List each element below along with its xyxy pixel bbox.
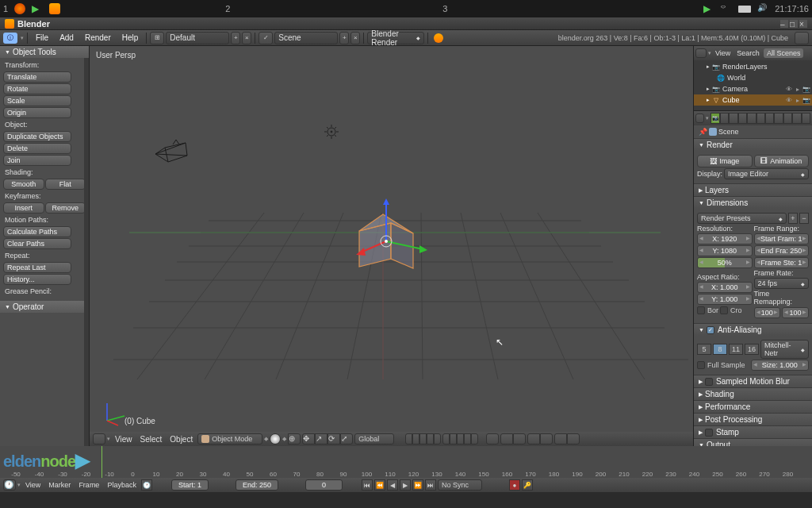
scene-dropdown[interactable]: Scene: [274, 32, 338, 44]
full-sample-checkbox[interactable]: Full Sample: [697, 361, 749, 369]
editor-type-icon[interactable]: [695, 48, 707, 58]
jump-start-icon[interactable]: ⏮: [362, 479, 373, 491]
join-button[interactable]: Join: [3, 155, 71, 166]
workspace-3[interactable]: 3: [442, 4, 447, 13]
timeline-menu-marker[interactable]: Marker: [45, 481, 74, 489]
restrict-render-icon[interactable]: 📷: [802, 85, 810, 93]
crop-checkbox[interactable]: Cro: [720, 306, 742, 314]
rotate-button[interactable]: Rotate: [3, 83, 71, 94]
tab-particles[interactable]: [792, 113, 801, 124]
resolution-y[interactable]: Y: 1080: [697, 245, 753, 256]
smooth-button[interactable]: Smooth: [3, 179, 44, 190]
jump-end-icon[interactable]: ⏭: [425, 479, 436, 491]
timeline-menu-frame[interactable]: Frame: [75, 481, 102, 489]
snap-buttons[interactable]: [500, 433, 526, 444]
remove-keyframe-button[interactable]: Remove: [45, 202, 86, 214]
outliner-row-world[interactable]: 🌐World: [694, 72, 812, 83]
wifi-icon[interactable]: ⌔: [721, 3, 732, 14]
minimize-button[interactable]: –: [780, 20, 788, 28]
tab-material[interactable]: [774, 113, 783, 124]
menu-add[interactable]: Add: [55, 32, 79, 44]
tab-texture[interactable]: [783, 113, 792, 124]
workspace-2[interactable]: 2: [225, 4, 230, 13]
keyframe-prev-icon[interactable]: ⏪: [374, 479, 385, 491]
maximize-button[interactable]: □: [790, 20, 798, 28]
aa-16[interactable]: 16: [745, 344, 759, 355]
frame-end-input[interactable]: End: 250: [236, 479, 278, 491]
scrollbar[interactable]: [84, 58, 89, 446]
editor-type-icon[interactable]: [695, 114, 704, 123]
add-preset-button[interactable]: +: [788, 213, 798, 224]
add-scene-button[interactable]: +: [339, 32, 349, 44]
app-icon-blender[interactable]: [49, 3, 60, 14]
close-button[interactable]: ×: [799, 20, 807, 28]
restrict-render-icon[interactable]: 📷: [802, 96, 810, 104]
aa-8[interactable]: 8: [713, 344, 727, 355]
menu-view[interactable]: View: [112, 435, 136, 444]
scene-icon[interactable]: ✓: [259, 32, 273, 44]
outliner-row-cube[interactable]: ▸▽Cube👁▸📷: [694, 94, 812, 106]
section-layers[interactable]: Layers: [694, 184, 812, 196]
outliner-search-menu[interactable]: Search: [734, 49, 762, 57]
tab-render[interactable]: 📷: [710, 113, 719, 124]
timeline-menu-view[interactable]: View: [22, 481, 44, 489]
outliner-display-mode[interactable]: All Scenes: [764, 48, 804, 58]
display-dropdown[interactable]: Image Editor◆: [724, 168, 809, 179]
aa-size[interactable]: Size: 1.000: [751, 360, 810, 371]
menu-file[interactable]: File: [31, 32, 53, 44]
section-aa[interactable]: ✓Anti-Aliasing: [694, 324, 812, 336]
frame-step[interactable]: Frame Ste: 1: [754, 257, 810, 268]
section-smb[interactable]: Sampled Motion Blur: [694, 375, 812, 387]
screen-layout-icon[interactable]: ⊞: [150, 32, 164, 44]
menu-object[interactable]: Object: [167, 435, 196, 444]
translate-button[interactable]: Translate: [3, 71, 71, 83]
frame-start[interactable]: Start Fram: 1: [754, 233, 810, 244]
timeline-menu-playback[interactable]: Playback: [104, 481, 140, 489]
timeline-cursor[interactable]: [102, 446, 102, 478]
resolution-x[interactable]: X: 1920: [697, 233, 753, 244]
origin-button[interactable]: Origin: [3, 107, 71, 118]
play-icon[interactable]: ▶: [400, 479, 411, 491]
sync-dropdown[interactable]: No Sync: [438, 479, 482, 491]
editor-type-icon[interactable]: ⓘ: [3, 33, 17, 44]
menu-select[interactable]: Select: [137, 435, 166, 444]
outliner-view-menu[interactable]: View: [713, 49, 733, 57]
history-button[interactable]: History...: [3, 274, 71, 285]
aspect-y[interactable]: Y: 1.000: [697, 294, 753, 305]
section-shading[interactable]: Shading: [694, 388, 812, 400]
shading-mode-icon[interactable]: [270, 433, 281, 444]
restrict-select-icon[interactable]: ▸: [794, 85, 802, 93]
resolution-percentage[interactable]: 50%: [697, 257, 753, 268]
workspace-1[interactable]: 1: [3, 4, 8, 13]
border-checkbox[interactable]: Bor: [697, 306, 718, 314]
fps-dropdown[interactable]: 24 fps◆: [754, 278, 810, 289]
section-output[interactable]: Output: [694, 439, 812, 446]
aspect-x[interactable]: X: 1.000: [697, 282, 753, 293]
panel-header-operator[interactable]: Operator: [0, 301, 89, 313]
3d-viewport[interactable]: User Persp: [90, 46, 693, 446]
layer-buttons[interactable]: [405, 433, 441, 444]
pivot-dropdown[interactable]: ⊕: [288, 433, 301, 444]
lock-camera-icon[interactable]: [486, 433, 499, 444]
aa-5[interactable]: 5: [697, 344, 711, 355]
remap-new[interactable]: 100: [782, 307, 809, 318]
play-reverse-icon[interactable]: ◀: [387, 479, 398, 491]
render-engine-dropdown[interactable]: Blender Render◆: [367, 32, 424, 44]
tab-modifiers[interactable]: [756, 113, 765, 124]
section-performance[interactable]: Performance: [694, 401, 812, 413]
battery-icon[interactable]: [738, 6, 751, 13]
render-animation-button[interactable]: 🎞Animation: [754, 155, 810, 167]
tab-constraints[interactable]: [747, 113, 756, 124]
manipulator-toggle[interactable]: ✥↗⟳⤢: [302, 433, 353, 444]
restrict-view-icon[interactable]: 👁: [785, 85, 793, 93]
tab-object[interactable]: [738, 113, 747, 124]
restrict-view-icon[interactable]: 👁: [785, 96, 793, 104]
proportional-buttons[interactable]: [527, 433, 553, 444]
delete-button[interactable]: Delete: [3, 143, 71, 154]
orientation-dropdown[interactable]: Global: [354, 433, 394, 444]
flat-button[interactable]: Flat: [45, 179, 86, 190]
play-icon[interactable]: ▶: [703, 3, 714, 14]
aa-11[interactable]: 11: [729, 344, 743, 355]
use-preview-range-icon[interactable]: 🕐: [141, 479, 152, 491]
tab-data[interactable]: [765, 113, 774, 124]
